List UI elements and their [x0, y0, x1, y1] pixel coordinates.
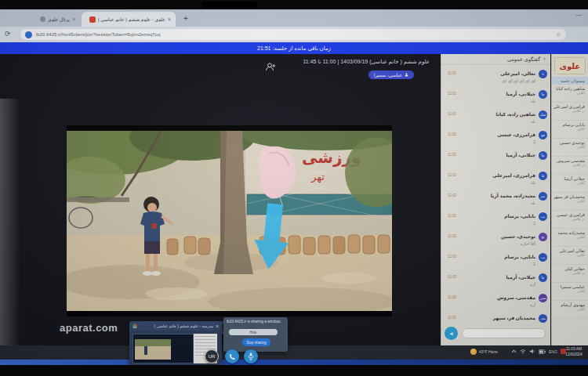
manage-users-icon[interactable]	[265, 60, 276, 69]
language-indicator[interactable]: ENG	[549, 349, 557, 354]
person-icon	[405, 73, 408, 77]
tab-class-session[interactable]: × علوی - علوم ششم ( خانم عباسی )	[82, 12, 176, 27]
tab-close-icon[interactable]: ×	[72, 16, 75, 22]
microphone-button[interactable]	[244, 349, 258, 363]
close-icon[interactable]: ×	[216, 324, 219, 329]
monitor-top-bezel	[0, 0, 588, 9]
chat-timestamp: 11:03	[448, 316, 456, 320]
preview-title: مدرسه - علوم ششم ( خانم عباسی )	[140, 324, 213, 328]
minimize-icon[interactable]: —	[575, 11, 582, 18]
chat-timestamp: 11:03	[448, 255, 456, 258]
chat-message-text: بله	[531, 180, 535, 185]
participant-status: آنلاین	[554, 145, 585, 149]
avatar-initials: جآ	[541, 92, 544, 96]
red-favicon	[89, 16, 96, 23]
avatar: فا	[539, 172, 547, 180]
participant-row: جیلانی آرمیا آنلاین	[552, 175, 588, 193]
avatar-initials: بب	[541, 255, 546, 259]
tab-close-icon[interactable]: ×	[168, 16, 171, 22]
avatar: بب	[539, 212, 547, 221]
aparat-watermark: aparat.com	[60, 322, 118, 334]
hide-button[interactable]: Hide	[229, 329, 278, 335]
wifi-icon[interactable]	[520, 349, 526, 354]
user-avatar-button[interactable]: UR	[205, 349, 219, 363]
avatar: تا	[539, 70, 547, 78]
phone-button[interactable]	[225, 349, 239, 363]
system-tray: ENG	[511, 349, 566, 354]
school-logo: علوی	[554, 57, 586, 74]
chat-message-text: آره	[530, 282, 535, 287]
bookmark-star-icon[interactable]: ☆	[556, 31, 561, 38]
tray-chevron-icon[interactable]	[511, 349, 517, 354]
chat-timestamp: 11:03	[448, 275, 456, 279]
chat-input[interactable]	[462, 328, 546, 338]
chat-message-text: بله	[531, 119, 535, 124]
sharing-text: lb20.6425.ir is sharing a window.	[227, 320, 285, 324]
chat-timestamp: 11:02	[448, 214, 456, 218]
session-timer-bar: زمان باقی مانده از جلسه: 21:51	[0, 42, 588, 54]
avatar-initials: تح	[541, 235, 544, 239]
avatar-initials: بب	[541, 215, 546, 219]
new-tab-button[interactable]: +	[180, 13, 191, 24]
presentation-area: علوم ششم ( خانم عباسی) 1403/09/19 | 11:0…	[0, 54, 441, 345]
chat-message: مس مقدسی، سروش 11:03 آره	[445, 292, 547, 313]
stop-sharing-button[interactable]: Stop sharing	[242, 338, 270, 346]
avatar-initials: مم	[541, 194, 545, 198]
avatar-initials: تا	[542, 72, 544, 76]
battery-icon[interactable]	[539, 349, 546, 354]
avatar: مس	[539, 294, 547, 302]
url-field[interactable]: lb20.6425.ir/html5client/join?sessionTok…	[20, 29, 566, 40]
participant-row: حقانی کیان در کلاس	[552, 265, 588, 283]
participants-section-header: مسئولان جلسه	[552, 77, 588, 85]
participant-status: آنلاین	[554, 235, 585, 239]
chat-message-text: 1	[533, 323, 535, 324]
avatar: مف	[539, 314, 547, 323]
participants-list[interactable]: شاهین زاده کیانا آنلاین فرامرزی امیرعلی …	[552, 85, 588, 319]
participant-status: آنلاین	[554, 91, 585, 95]
chat-message-text: 1	[533, 262, 535, 266]
participant-row: مهدوی آرشام آنلاین	[552, 301, 588, 319]
chat-message: شک شاهین زاده، کیانا 11:01 بله	[445, 109, 547, 129]
send-button[interactable]: ➤	[445, 327, 458, 340]
chat-message: جآ جیلانی، آرمیا 11:03 آره	[445, 272, 547, 292]
chat-sender-name: شاهین زاده، کیانا	[495, 111, 535, 117]
participant-row: عباسی سمیرا آنلاین	[552, 283, 588, 301]
chat-timestamp: 11:01	[448, 92, 456, 96]
sharing-notification: lb20.6425.ir is sharing a window. Hide S…	[223, 317, 288, 352]
avatar: جآ	[539, 273, 547, 282]
chat-message-text: بله	[531, 201, 535, 205]
chevron-back-icon[interactable]: ‹	[543, 55, 546, 63]
avatar-initials: فع	[541, 133, 545, 137]
participant-status: آنلاین	[554, 289, 585, 293]
weather-text: 43°F Haze	[479, 349, 498, 354]
speaker-icon[interactable]	[529, 349, 535, 354]
participant-status: در کلاس	[554, 163, 585, 167]
mini-video-scene	[135, 339, 171, 360]
chat-sender-name: مجیدزاده، محمد آریا	[491, 193, 535, 198]
webcam-notch	[202, 2, 257, 8]
taskbar-weather[interactable]: 43°F Haze	[470, 349, 498, 355]
tab-portal[interactable]: × پرتال علوی	[24, 12, 80, 27]
chat-message-text: 1	[533, 221, 535, 226]
chat-message-text: آره	[530, 302, 535, 307]
shared-video[interactable]: ورزشی تهر	[67, 125, 392, 316]
participants-panel: علوی مسئولان جلسه شاهین زاده کیانا آنلای…	[551, 54, 588, 345]
chat-message: تح توحیدی، حسین 11:02 آقا اجازه	[445, 231, 547, 251]
avatar: شک	[539, 110, 547, 119]
avatar: فع	[539, 131, 547, 139]
participant-status: در کلاس	[554, 109, 585, 113]
preview-titlebar: مدرسه - علوم ششم ( خانم عباسی ) ×	[129, 321, 222, 331]
screen: × پرتال علوی × علوی - علوم ششم ( خانم عب…	[0, 9, 588, 365]
presenter-name: عباسی، سمیرا	[374, 72, 402, 78]
chat-message-list[interactable]: تا تعالی، امیرعلی 11:01 ای ای ای ای ای ا…	[441, 67, 550, 324]
monitor-photo: × پرتال علوی × علوی - علوم ششم ( خانم عب…	[0, 0, 588, 376]
avatar-initials: شک	[540, 113, 546, 117]
reload-icon[interactable]: ⟳	[5, 30, 11, 38]
participant-row: فرامرزی امیرعلی در کلاس	[552, 103, 588, 121]
participant-status: آنلاین	[554, 127, 585, 131]
taskbar-clock[interactable]: 11:03 AM 12/9/2024	[561, 347, 586, 357]
participant-row: تعالی امیرعلی آنلاین	[552, 247, 588, 265]
mini-child	[144, 346, 147, 355]
participant-status: آنلاین	[554, 307, 585, 311]
chat-title: گفتگوی عمومی	[507, 56, 540, 63]
